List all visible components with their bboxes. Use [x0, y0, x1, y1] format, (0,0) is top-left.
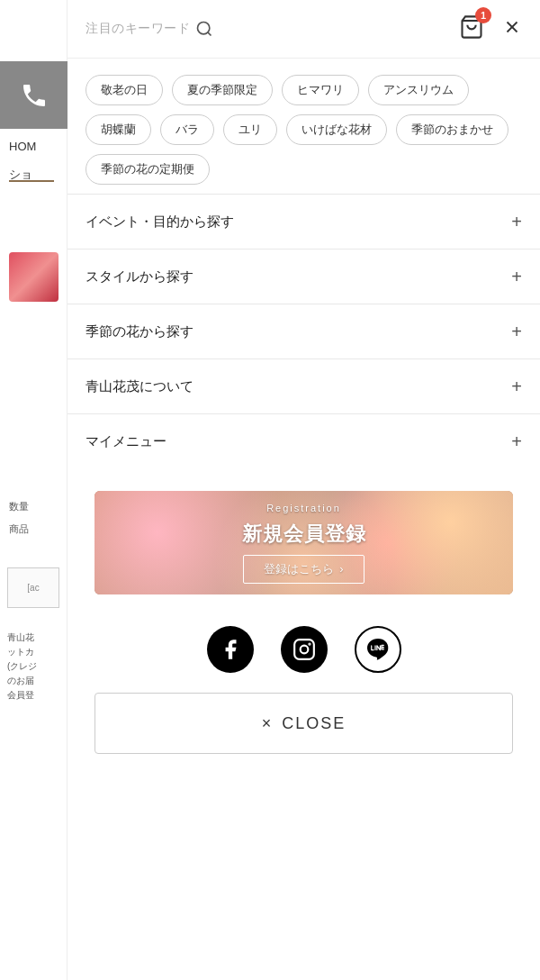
tag-ikebana[interactable]: いけばな花材	[286, 114, 387, 145]
social-section	[68, 608, 540, 682]
accordion-season-label: 季節の花から探す	[86, 323, 194, 340]
line-button[interactable]	[355, 626, 401, 673]
accordion-about-header[interactable]: 青山花茂について +	[68, 359, 540, 413]
accordion-season-header[interactable]: 季節の花から探す +	[68, 304, 540, 358]
svg-rect-5	[294, 640, 314, 659]
accordion-about-plus: +	[511, 377, 522, 395]
tag-kocho[interactable]: 胡蝶蘭	[86, 114, 151, 145]
bg-cart-placeholder: [ac	[7, 567, 59, 608]
background-page: HOM ショ 数量 商品 [ac 青山花 ットカ (クレジ のお届 会員登	[0, 0, 68, 980]
accordion-mymenu-header[interactable]: マイメニュー +	[68, 414, 540, 468]
accordion-season: 季節の花から探す +	[68, 304, 540, 358]
banner-registration-small: Registration	[266, 503, 341, 513]
svg-point-7	[309, 644, 310, 645]
accordion-mymenu: マイメニュー +	[68, 413, 540, 468]
svg-point-6	[300, 646, 308, 654]
registration-banner[interactable]: Registration 新規会員登録 登録はこちら ›	[94, 491, 513, 594]
svg-line-1	[208, 32, 212, 36]
instagram-button[interactable]	[281, 626, 328, 673]
accordion-event-header[interactable]: イベント・目的から探す +	[68, 195, 540, 249]
tag-bara[interactable]: バラ	[160, 114, 214, 145]
accordion-event-plus: +	[511, 213, 522, 231]
cart-button[interactable]: 1	[459, 14, 484, 43]
search-icon	[195, 20, 213, 38]
svg-point-0	[198, 23, 210, 34]
bg-underline	[9, 180, 54, 182]
bg-home-label: HOM	[9, 140, 36, 153]
search-area[interactable]: 注目のキーワード	[86, 20, 459, 38]
header-icons: 1	[459, 14, 522, 43]
tag-himawari[interactable]: ヒマワリ	[282, 75, 359, 105]
bg-desc-text: 青山花 ットカ (クレジ のお届 会員登	[7, 631, 37, 703]
bg-flower-image	[9, 252, 58, 302]
bg-qty-label: 数量	[9, 500, 29, 513]
accordion-about: 青山花茂について +	[68, 358, 540, 413]
line-icon	[364, 636, 392, 663]
banner-section: Registration 新規会員登録 登録はこちら ›	[68, 468, 540, 608]
facebook-icon	[219, 638, 242, 661]
accordion-about-label: 青山花茂について	[86, 378, 194, 395]
banner-register-button[interactable]: 登録はこちら ›	[243, 555, 364, 584]
accordion-style-label: スタイルから探す	[86, 268, 194, 286]
close-x-icon: ×	[262, 714, 274, 733]
tag-natsu[interactable]: 夏の季節限定	[172, 75, 273, 105]
cart-badge: 1	[475, 7, 491, 23]
tags-section: 敬老の日 夏の季節限定 ヒマワリ アンスリウム 胡蝶蘭 バラ ユリ いけばな花材…	[68, 59, 540, 194]
close-button[interactable]: × CLOSE	[94, 693, 513, 754]
close-section: × CLOSE	[68, 682, 540, 781]
tag-anthurium[interactable]: アンスリウム	[368, 75, 469, 105]
phone-icon	[0, 61, 68, 129]
accordion-mymenu-plus: +	[511, 432, 522, 450]
close-icon	[502, 17, 522, 37]
close-menu-button[interactable]	[502, 17, 522, 41]
tag-keiro[interactable]: 敬老の日	[86, 75, 163, 105]
accordion-style-plus: +	[511, 268, 522, 286]
accordion-season-plus: +	[511, 322, 522, 340]
overlay-header: 注目のキーワード 1	[68, 0, 540, 59]
accordion-event: イベント・目的から探す +	[68, 194, 540, 249]
tag-yuri[interactable]: ユリ	[223, 114, 277, 145]
tag-teiki[interactable]: 季節の花の定期便	[86, 154, 210, 185]
facebook-button[interactable]	[207, 626, 254, 673]
accordion-event-label: イベント・目的から探す	[86, 213, 234, 231]
banner-title: 新規会員登録	[242, 521, 366, 548]
menu-overlay: 注目のキーワード 1 敬	[68, 0, 540, 980]
accordion-style: スタイルから探す +	[68, 249, 540, 304]
accordion-style-header[interactable]: スタイルから探す +	[68, 250, 540, 304]
bg-prod-label: 商品	[9, 522, 29, 536]
tag-kisetsu-omakase[interactable]: 季節のおまかせ	[396, 114, 508, 145]
close-label: CLOSE	[282, 714, 346, 733]
search-placeholder: 注目のキーワード	[86, 21, 190, 37]
instagram-icon	[292, 638, 316, 661]
accordion-mymenu-label: マイメニュー	[86, 433, 166, 450]
